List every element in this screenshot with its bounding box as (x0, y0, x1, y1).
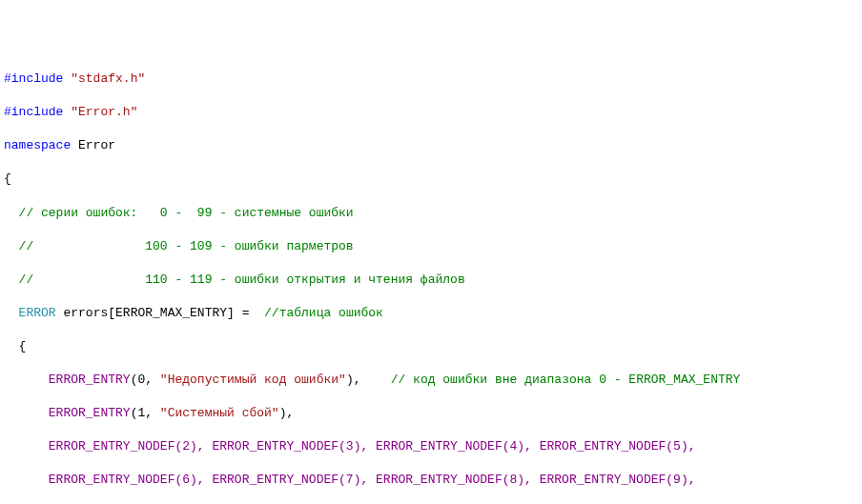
code-line[interactable]: ERROR_ENTRY_NODEF(6), ERROR_ENTRY_NODEF(… (4, 472, 858, 489)
code-line[interactable]: ERROR_ENTRY(0, "Недопустимый код ошибки"… (4, 372, 858, 389)
macro-call: ERROR_ENTRY_NODEF(2), ERROR_ENTRY_NODEF(… (4, 439, 696, 454)
code-line[interactable]: { (4, 171, 858, 188)
comment: // серии ошибок: 0 - 99 - системные ошиб… (4, 206, 354, 220)
code-line[interactable]: ERROR_ENTRY_NODEF(2), ERROR_ENTRY_NODEF(… (4, 438, 858, 455)
code-line[interactable]: ERROR_ENTRY(1, "Системный сбой"), (4, 405, 858, 422)
comment: // 100 - 109 - ошибки парметров (4, 239, 354, 253)
string: "Системный сбой" (160, 406, 279, 420)
code-line[interactable]: { (4, 338, 858, 355)
comment: // 110 - 119 - ошибки открытия и чтения … (4, 272, 465, 287)
code-line[interactable]: // 100 - 109 - ошибки парметров (4, 238, 858, 255)
macro-call: ERROR_ENTRY (4, 373, 131, 387)
comment: // код ошибки вне диапазона 0 - ERROR_MA… (391, 373, 741, 387)
string: "Недопустимый код ошибки" (160, 373, 346, 387)
code-line[interactable]: namespace Error (4, 137, 858, 154)
brace: { (4, 171, 11, 186)
ident: Error (71, 138, 115, 152)
brace: { (4, 339, 26, 353)
preproc: #include (4, 105, 71, 119)
macro-call: ERROR_ENTRY (4, 406, 131, 420)
keyword: namespace (4, 138, 71, 152)
code-line[interactable]: ERROR errors[ERROR_MAX_ENTRY] = //таблиц… (4, 305, 858, 322)
type: ERROR (19, 306, 56, 320)
args: (0, (131, 373, 160, 387)
args: ), (279, 406, 295, 420)
preproc: #include (4, 71, 71, 86)
code-line[interactable]: // серии ошибок: 0 - 99 - системные ошиб… (4, 205, 858, 222)
include-path: "Error.h" (71, 105, 137, 119)
comment: //таблица ошибок (257, 306, 383, 320)
args: ), (346, 373, 391, 387)
decl: errors[ERROR_MAX_ENTRY] = (56, 306, 257, 320)
code-line[interactable]: #include "stdafx.h" (4, 71, 858, 88)
indent (4, 306, 19, 320)
args: (1, (131, 406, 160, 420)
code-line[interactable]: // 110 - 119 - ошибки открытия и чтения … (4, 272, 858, 289)
include-path: "stdafx.h" (71, 71, 145, 86)
code-line[interactable]: #include "Error.h" (4, 104, 858, 121)
macro-call: ERROR_ENTRY_NODEF(6), ERROR_ENTRY_NODEF(… (4, 473, 696, 487)
